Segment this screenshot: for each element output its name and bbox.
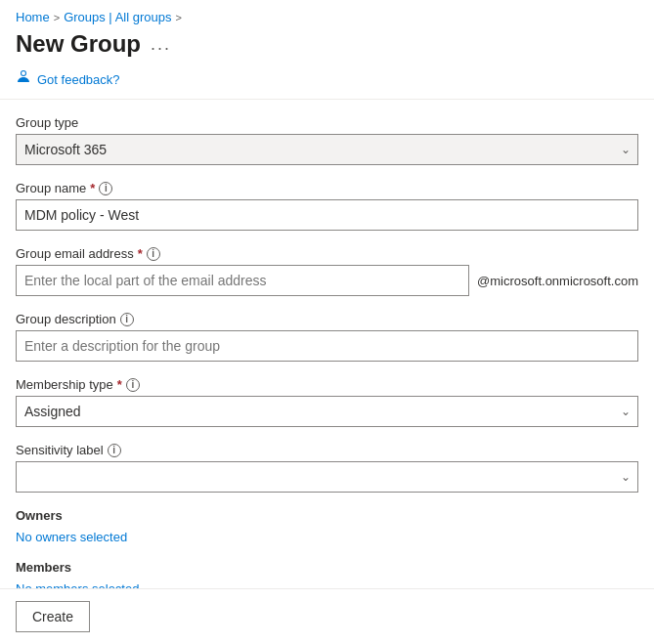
membership-type-label: Membership type * i xyxy=(16,377,638,392)
group-type-label: Group type xyxy=(16,115,638,130)
group-email-info-icon[interactable]: i xyxy=(147,247,160,261)
group-name-input[interactable] xyxy=(16,199,638,231)
group-name-field: Group name * i xyxy=(16,181,638,231)
group-description-field: Group description i xyxy=(16,312,638,362)
group-type-field: Group type Microsoft 365SecurityMail-ena… xyxy=(16,115,638,165)
owners-section: Owners No owners selected xyxy=(16,508,638,544)
footer-bar: Create xyxy=(0,588,654,644)
sensitivity-label-info-icon[interactable]: i xyxy=(108,444,121,457)
sensitivity-label-field: Sensitivity label i ⌄ xyxy=(16,443,638,493)
sensitivity-label-select[interactable] xyxy=(16,461,638,493)
members-link[interactable]: No members selected xyxy=(16,581,139,588)
group-description-label: Group description i xyxy=(16,312,638,326)
create-button[interactable]: Create xyxy=(16,601,90,632)
required-star-membership: * xyxy=(117,377,122,392)
required-star: * xyxy=(90,181,95,195)
members-heading: Members xyxy=(16,560,638,575)
group-email-label: Group email address * i xyxy=(16,246,638,261)
more-options-icon[interactable]: ... xyxy=(151,34,171,55)
feedback-link[interactable]: Got feedback? xyxy=(37,72,120,87)
required-star-email: * xyxy=(138,246,143,261)
sensitivity-label-label: Sensitivity label i xyxy=(16,443,638,457)
members-section: Members No members selected xyxy=(16,560,638,588)
membership-type-field: Membership type * i AssignedDynamic User… xyxy=(16,377,638,427)
membership-type-select[interactable]: AssignedDynamic UserDynamic Device xyxy=(16,396,638,427)
page-header: New Group ... xyxy=(0,28,654,65)
breadcrumb-home[interactable]: Home xyxy=(16,10,50,24)
group-type-select-wrapper: Microsoft 365SecurityMail-enabled securi… xyxy=(16,134,638,165)
group-email-input[interactable] xyxy=(16,265,469,296)
group-name-label: Group name * i xyxy=(16,181,638,195)
group-name-info-icon[interactable]: i xyxy=(99,182,112,195)
group-email-field: Group email address * i @microsoft.onmic… xyxy=(16,246,638,296)
feedback-bar: Got feedback? xyxy=(0,65,654,100)
group-description-info-icon[interactable]: i xyxy=(120,313,134,326)
email-domain: @microsoft.onmicrosoft.com xyxy=(477,274,638,288)
sensitivity-label-select-wrapper: ⌄ xyxy=(16,461,638,493)
breadcrumb-sep1: > xyxy=(54,12,60,23)
form-content: Group type Microsoft 365SecurityMail-ena… xyxy=(0,100,654,588)
page-title: New Group xyxy=(16,30,141,58)
email-row: @microsoft.onmicrosoft.com xyxy=(16,265,638,296)
breadcrumb: Home > Groups | All groups > xyxy=(0,0,654,28)
membership-type-info-icon[interactable]: i xyxy=(126,378,140,392)
group-description-input[interactable] xyxy=(16,330,638,362)
owners-heading: Owners xyxy=(16,508,638,523)
breadcrumb-groups[interactable]: Groups | All groups xyxy=(64,10,171,24)
breadcrumb-sep2: > xyxy=(175,12,181,23)
membership-type-select-wrapper: AssignedDynamic UserDynamic Device ⌄ xyxy=(16,396,638,427)
owners-link[interactable]: No owners selected xyxy=(16,530,127,544)
feedback-icon xyxy=(16,69,31,89)
page-wrapper: Home > Groups | All groups > New Group .… xyxy=(0,0,654,644)
group-type-select[interactable]: Microsoft 365SecurityMail-enabled securi… xyxy=(16,134,638,165)
